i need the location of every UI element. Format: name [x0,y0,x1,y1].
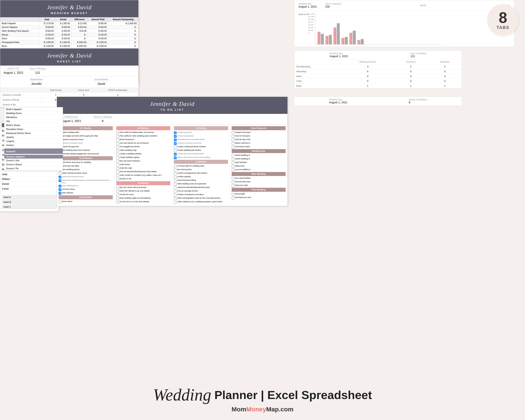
guest-col-empty [0,88,42,93]
apparel-row: Veil [4,119,63,123]
todo-checkbox[interactable] [116,187,119,189]
todo-checkbox[interactable] [174,201,177,204]
todo-checkbox[interactable] [116,153,119,156]
todo-checkbox[interactable] [174,131,177,134]
todo-months-field: Months to Wedding 8 [94,116,112,123]
todo-item-text: Prepare final paym [235,131,251,134]
rsvp-label-right: RSVP [420,4,426,7]
todo-checkbox[interactable] [232,131,234,134]
todo-item: Pick theme and colors for wedding [59,161,113,164]
todo-checkbox[interactable] [116,174,119,177]
todo-checkbox[interactable] [174,176,177,178]
todo-checkbox[interactable] [116,142,119,145]
todo-item: Plan with MC on reception script [174,138,228,141]
todo-wedding-date-panel: Wedding Date August 1, 2021 [329,99,347,104]
todo-checkbox[interactable] [116,139,119,141]
todo-checkbox[interactable] [174,139,177,141]
todo-item-text: Create wedding day timeline [177,149,201,152]
todo-item: Deliver welcome b [232,142,286,145]
todo-checkbox[interactable] [116,164,119,166]
todo-item: Get engagement photos [116,146,170,149]
todo-checkbox[interactable] [116,157,119,159]
todo-checkbox[interactable] [116,131,119,134]
bar-goal-6 [357,40,360,44]
todo-checkbox[interactable] [174,153,177,156]
david-label: Guests of David [0,97,42,102]
todo-checkbox[interactable] [116,160,119,163]
todo-checkbox[interactable] [116,135,119,138]
todo-checkbox[interactable] [59,179,61,182]
todo-checkbox[interactable] [232,184,234,187]
wedding-date-field: GUEST LIST August 1, 2021 [4,67,23,74]
todo-item-text: Buy veil, shoes and accessories [120,186,147,189]
todo-checkbox[interactable] [116,197,119,200]
todo-checkbox[interactable] [174,187,177,189]
todo-item: Order favors [116,163,170,166]
todo-checkbox[interactable] [174,190,177,193]
todo-item: Book officiant [59,192,113,195]
paid-col-header: Amount Paid [88,18,108,22]
budget-row: Music$ 1,500.00$ 2,000.00$ (500.00)$ 2,0… [0,44,138,48]
todo-checkbox[interactable] [174,179,177,182]
todo-item: Finalize guest list [174,131,228,134]
todo-item: Lay out wedding cl [232,168,286,171]
todo-checkbox[interactable] [116,171,119,173]
todo-checkbox[interactable] [174,135,177,138]
todo-checkbox[interactable] [116,194,119,196]
todo-checkbox[interactable] [59,185,61,187]
todo-checkbox[interactable] [232,165,234,168]
bar-actual-2 [329,35,332,44]
todo-section-header: 12+ Months [59,126,113,130]
bar-group-4 [341,37,348,44]
todo-checkbox[interactable] [232,158,234,161]
bar-actual-6 [361,39,364,44]
chart-container: $14,000 $12,000 $10,000 $8,000 $6,000 $4… [308,13,441,45]
todo-checkbox[interactable] [232,146,234,149]
budget-title: WEDDING BUDGET [2,11,136,15]
todo-checkbox[interactable] [59,172,61,175]
todo-checkbox[interactable] [232,181,234,184]
todo-checkbox[interactable] [116,201,119,204]
todo-checkbox[interactable] [174,146,177,149]
days-value: 121 [30,71,46,74]
todo-checkbox[interactable] [116,190,119,193]
todo-item: Book caterer [59,200,113,203]
todo-item: Write wedding vows and speeches [174,183,228,186]
todo-checkbox[interactable] [116,146,119,149]
bar-goal-1 [318,32,320,44]
todo-checkbox[interactable] [174,149,177,152]
todo-checkbox[interactable] [232,193,234,196]
todo-checkbox[interactable] [116,178,119,181]
todo-checkbox[interactable] [174,142,177,145]
todo-checkbox[interactable] [174,169,177,171]
todo-checkbox[interactable] [232,169,234,171]
todo-checkbox[interactable] [232,142,234,145]
todo-item-text: Book honeymoon [120,138,134,141]
todo-checkbox[interactable] [174,194,177,196]
todo-checkbox[interactable] [59,201,61,203]
list-item: Daniel [0,182,59,187]
todo-checkbox[interactable] [232,154,234,157]
todo-item-text: Order the cake [120,167,132,169]
todo-checkbox[interactable] [174,172,177,175]
todo-checkbox[interactable] [232,161,234,164]
todo-checkbox[interactable] [232,135,234,138]
todo-checkbox[interactable] [59,192,61,195]
todo-checkbox[interactable] [232,139,234,141]
todo-checkbox[interactable] [116,149,119,152]
todo-checkbox[interactable] [232,196,234,199]
list-item: William [0,177,59,182]
todo-item-text: Select after-brunch venue [62,176,84,178]
apparel-row: Rehearsal Dinner Dress [4,131,63,135]
todo-checkbox[interactable] [232,177,234,180]
todo-checkbox[interactable] [174,183,177,186]
todo-checkbox[interactable] [59,188,61,191]
todo-checkbox[interactable] [116,167,119,170]
budget-row: Beauty$ 100.00$ 100.00$ -$ 100.00$ - [0,33,138,37]
apparel-row: Jewelry [4,135,63,139]
todo-item-text: Select wedding date [62,131,79,134]
todo-checkbox[interactable] [174,197,177,200]
todo-checkbox[interactable] [174,157,177,159]
todo-checkbox[interactable] [59,176,61,178]
todo-checkbox[interactable] [174,165,177,168]
